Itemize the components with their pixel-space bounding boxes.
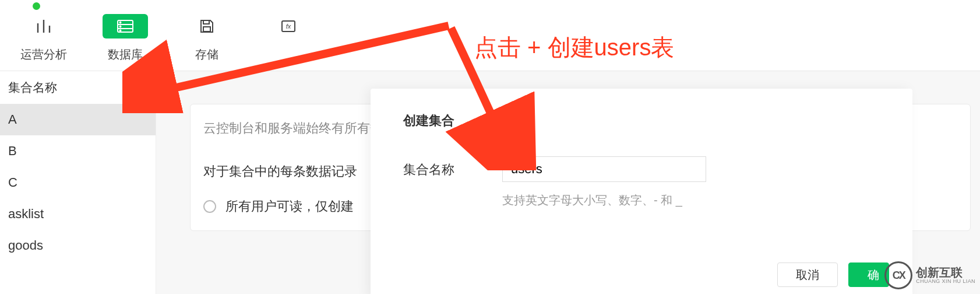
button-label: 取消 xyxy=(796,267,819,283)
radio-label: 所有用户可读，仅创建 xyxy=(225,198,354,215)
tab-storage[interactable]: 存储 xyxy=(175,14,239,71)
tab-cloudfn[interactable]: fx 云函数 xyxy=(256,14,320,71)
button-label: 确 xyxy=(868,267,879,283)
sidebar-item-B[interactable]: B xyxy=(0,135,156,167)
sidebar-title: 集合名称 xyxy=(8,79,57,96)
svg-rect-9 xyxy=(203,20,209,24)
svg-point-8 xyxy=(120,30,121,32)
sidebar-item-A[interactable]: A xyxy=(0,104,156,135)
radio-icon xyxy=(203,200,216,213)
collection-name-input[interactable] xyxy=(502,156,706,182)
cancel-button[interactable]: 取消 xyxy=(777,262,838,287)
watermark-text: 创新互联 CHUANG XIN HU LIAN xyxy=(916,266,975,285)
tab-label: 数据库 xyxy=(108,47,143,62)
svg-text:fx: fx xyxy=(286,23,291,30)
svg-rect-10 xyxy=(203,27,210,32)
zoom-dot-icon[interactable] xyxy=(33,2,40,10)
modal-field-row: 集合名称 支持英文字母大小写、数字、- 和 _ xyxy=(403,156,883,208)
list-item-label: asklist xyxy=(8,206,44,221)
sidebar-item-C[interactable]: C xyxy=(0,167,156,198)
sidebar: 集合名称 + A B C asklist goods xyxy=(0,71,156,294)
modal-hint: 支持英文字母大小写、数字、- 和 _ xyxy=(502,192,706,208)
sidebar-item-goods[interactable]: goods xyxy=(0,230,156,261)
tab-database[interactable]: 数据库 xyxy=(93,14,157,71)
sidebar-item-asklist[interactable]: asklist xyxy=(0,198,156,230)
watermark-mark: CX xyxy=(893,270,905,282)
tab-label: 运营分析 xyxy=(20,47,67,62)
watermark-cn: 创新互联 xyxy=(916,266,975,279)
confirm-button[interactable]: 确 xyxy=(848,262,889,287)
bar-chart-icon xyxy=(21,14,66,38)
tab-label: 存储 xyxy=(195,47,218,62)
sidebar-header: 集合名称 + xyxy=(0,71,156,104)
add-collection-button[interactable]: + xyxy=(139,80,147,95)
modal-field-label: 集合名称 xyxy=(403,156,454,178)
tab-analytics[interactable]: 运营分析 xyxy=(12,14,76,71)
window-traffic-lights xyxy=(6,2,40,10)
list-item-label: goods xyxy=(8,238,43,253)
function-icon: fx xyxy=(266,14,311,38)
list-item-label: C xyxy=(8,175,17,190)
modal-title: 创建集合 xyxy=(403,112,883,130)
list-item-label: B xyxy=(8,144,17,158)
svg-point-7 xyxy=(120,26,121,27)
watermark-en: CHUANG XIN HU LIAN xyxy=(916,279,975,285)
watermark-ring-icon: CX xyxy=(884,261,912,289)
create-collection-modal: 创建集合 集合名称 支持英文字母大小写、数字、- 和 _ 取消 确 xyxy=(371,89,912,294)
database-icon xyxy=(103,14,148,38)
save-icon xyxy=(184,14,230,38)
modal-field: 支持英文字母大小写、数字、- 和 _ xyxy=(502,156,706,208)
watermark-logo: CX 创新互联 CHUANG XIN HU LIAN xyxy=(884,261,975,289)
modal-actions: 取消 确 xyxy=(777,262,889,287)
list-item-label: A xyxy=(8,112,17,127)
svg-point-6 xyxy=(120,22,121,23)
annotation-text: 点击 + 创建users表 xyxy=(474,32,674,64)
